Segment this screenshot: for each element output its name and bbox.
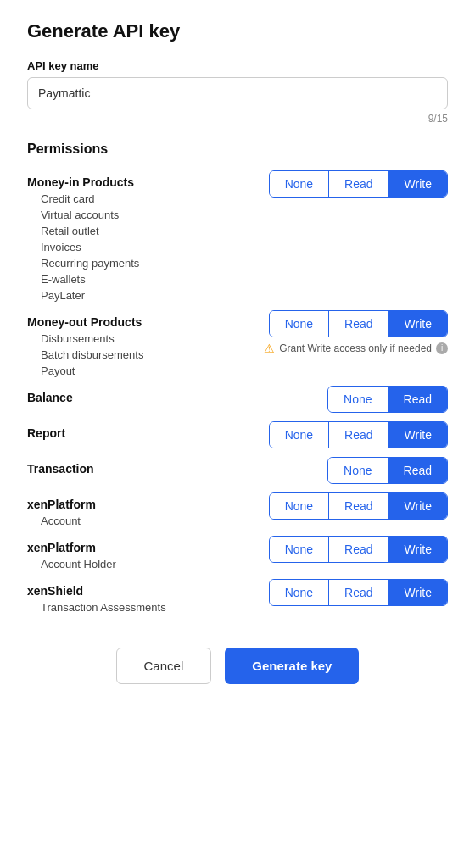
permission-transaction: TransactionNoneRead	[27, 457, 448, 484]
permission-row-money-out: Money-out ProductsDisbursementsBatch dis…	[27, 310, 448, 377]
permission-label-xenplatform-holder: xenPlatform	[27, 536, 269, 554]
permission-label-balance: Balance	[27, 386, 291, 404]
info-icon[interactable]: i	[436, 342, 448, 354]
btn-balance-read[interactable]: Read	[388, 387, 447, 412]
permission-subitem: Credit card	[41, 192, 269, 205]
btn-report-none[interactable]: None	[270, 422, 329, 448]
btn-report-write[interactable]: Write	[389, 422, 447, 448]
btn-report-read[interactable]: Read	[329, 422, 388, 448]
btn-money-in-read[interactable]: Read	[329, 171, 388, 197]
btn-xenplatform-account-none[interactable]: None	[270, 493, 329, 519]
btn-group-transaction: NoneRead	[327, 457, 448, 484]
btn-group-money-in: NoneReadWrite	[269, 170, 448, 198]
warning-icon: ⚠	[264, 342, 275, 355]
permission-row-balance: BalanceNoneRead	[27, 386, 448, 413]
btn-transaction-read[interactable]: Read	[388, 458, 447, 483]
btn-group-balance: NoneRead	[327, 386, 448, 413]
permissions-list: Money-in ProductsCredit cardVirtual acco…	[27, 170, 448, 614]
generate-key-button[interactable]: Generate key	[225, 648, 359, 684]
api-key-name-label: API key name	[27, 59, 448, 72]
permission-balance: BalanceNoneRead	[27, 386, 448, 413]
btn-group-money-out: NoneReadWrite	[269, 310, 448, 337]
permission-subitem: Recurring payments	[41, 257, 269, 270]
permission-subitem: Invoices	[41, 241, 269, 253]
btn-balance-none[interactable]: None	[328, 387, 388, 412]
permission-row-money-in: Money-in ProductsCredit cardVirtual acco…	[27, 170, 448, 302]
permission-money-in: Money-in ProductsCredit cardVirtual acco…	[27, 170, 448, 302]
permission-subitem: Virtual accounts	[41, 209, 269, 221]
btn-xenshield-write[interactable]: Write	[389, 580, 447, 605]
permission-row-xenshield: xenShieldTransaction AssessmentsNoneRead…	[27, 579, 448, 614]
permission-row-transaction: TransactionNoneRead	[27, 457, 448, 484]
permission-report: ReportNoneReadWrite	[27, 421, 448, 448]
permission-row-xenplatform-holder: xenPlatformAccount HolderNoneReadWrite	[27, 536, 448, 570]
permission-subitem: Account	[41, 515, 269, 527]
permission-label-xenshield: xenShield	[27, 579, 269, 598]
btn-xenplatform-holder-none[interactable]: None	[270, 537, 329, 562]
btn-group-xenplatform-account: NoneReadWrite	[269, 492, 448, 520]
permission-label-money-out: Money-out Products	[27, 310, 264, 329]
permission-row-report: ReportNoneReadWrite	[27, 421, 448, 448]
permission-money-out: Money-out ProductsDisbursementsBatch dis…	[27, 310, 448, 377]
footer-actions: Cancel Generate key	[27, 641, 448, 684]
permission-xenplatform-holder: xenPlatformAccount HolderNoneReadWrite	[27, 536, 448, 570]
permission-label-report: Report	[27, 421, 269, 440]
permission-xenshield: xenShieldTransaction AssessmentsNoneRead…	[27, 579, 448, 614]
btn-transaction-none[interactable]: None	[328, 458, 388, 483]
char-count: 9/15	[27, 113, 448, 125]
permission-label-transaction: Transaction	[27, 457, 291, 476]
permission-xenplatform-account: xenPlatformAccountNoneReadWrite	[27, 492, 448, 527]
permission-subitem: Account Holder	[41, 558, 269, 570]
btn-group-report: NoneReadWrite	[269, 421, 448, 448]
btn-group-xenplatform-holder: NoneReadWrite	[269, 536, 448, 563]
api-key-name-input[interactable]	[27, 77, 448, 109]
btn-money-out-read[interactable]: Read	[329, 311, 388, 337]
btn-xenplatform-account-write[interactable]: Write	[389, 493, 447, 519]
permissions-title: Permissions	[27, 142, 448, 157]
page-title: Generate API key	[27, 20, 448, 42]
permission-subitem: Payout	[41, 364, 264, 377]
btn-xenplatform-holder-write[interactable]: Write	[389, 537, 447, 562]
permission-subitem: Transaction Assessments	[41, 601, 269, 614]
permission-subitem: E-wallets	[41, 273, 269, 286]
cancel-button[interactable]: Cancel	[116, 648, 212, 684]
btn-group-xenshield: NoneReadWrite	[269, 579, 448, 606]
permissions-section: Permissions Money-in ProductsCredit card…	[27, 142, 448, 614]
btn-xenshield-none[interactable]: None	[270, 580, 329, 605]
btn-xenplatform-account-read[interactable]: Read	[329, 493, 388, 519]
permission-label-money-in: Money-in Products	[27, 170, 269, 189]
warning-text-money-out: ⚠Grant Write access only if neededi	[264, 342, 448, 355]
btn-xenplatform-holder-read[interactable]: Read	[329, 537, 388, 562]
btn-money-out-write[interactable]: Write	[389, 311, 447, 337]
permission-label-xenplatform-account: xenPlatform	[27, 492, 269, 511]
btn-money-in-none[interactable]: None	[270, 171, 329, 197]
permission-subitem: Retail outlet	[41, 225, 269, 237]
btn-money-in-write[interactable]: Write	[389, 171, 447, 197]
permission-subitem: PayLater	[41, 289, 269, 302]
btn-xenshield-read[interactable]: Read	[329, 580, 388, 605]
permission-subitem: Batch disbursements	[41, 348, 264, 361]
permission-subitem: Disbursements	[41, 332, 264, 345]
api-key-name-section: API key name 9/15	[27, 59, 448, 125]
btn-money-out-none[interactable]: None	[270, 311, 329, 337]
permission-row-xenplatform-account: xenPlatformAccountNoneReadWrite	[27, 492, 448, 527]
warning-message: Grant Write access only if needed	[279, 342, 432, 354]
